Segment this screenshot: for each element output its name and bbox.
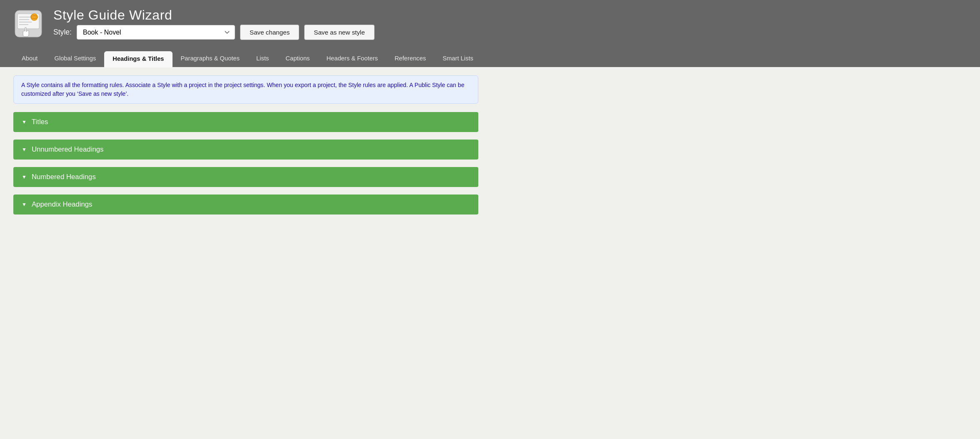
accordion-appendix-headings-label: Appendix Headings — [32, 200, 92, 209]
accordion-numbered-headings: ▼ Numbered Headings — [13, 167, 478, 187]
chevron-down-icon: ▼ — [22, 147, 27, 152]
accordion-unnumbered-headings-label: Unnumbered Headings — [32, 145, 104, 154]
accordion-titles: ▼ Titles — [13, 112, 478, 132]
accordion-numbered-headings-label: Numbered Headings — [32, 173, 96, 181]
accordion-titles-label: Titles — [32, 118, 48, 126]
tab-headings-titles[interactable]: Headings & Titles — [104, 51, 172, 67]
app-title: Style Guide Wizard — [53, 7, 375, 23]
style-select[interactable]: Book - Novel Academic Paper Technical Ma… — [77, 25, 235, 40]
accordion-titles-header[interactable]: ▼ Titles — [13, 112, 478, 132]
chevron-down-icon: ▼ — [22, 202, 27, 207]
info-banner-text: A Style contains all the formatting rule… — [21, 82, 464, 97]
accordion-appendix-headings: ▼ Appendix Headings — [13, 195, 478, 215]
style-label: Style: — [53, 28, 72, 37]
tab-paragraphs-quotes[interactable]: Paragraphs & Quotes — [172, 51, 248, 67]
tab-references[interactable]: References — [386, 51, 434, 67]
tab-list: About Global Settings Headings & Titles … — [13, 51, 967, 67]
accordion-unnumbered-headings: ▼ Unnumbered Headings — [13, 140, 478, 160]
tab-lists[interactable]: Lists — [248, 51, 277, 67]
save-as-new-style-button[interactable]: Save as new style — [304, 25, 374, 40]
tab-smart-lists[interactable]: Smart Lists — [434, 51, 482, 67]
header-top: Style Guide Wizard Style: Book - Novel A… — [13, 7, 967, 47]
title-and-style: Style Guide Wizard Style: Book - Novel A… — [53, 7, 375, 40]
nav-tabs: About Global Settings Headings & Titles … — [13, 47, 967, 67]
accordion-unnumbered-headings-header[interactable]: ▼ Unnumbered Headings — [13, 140, 478, 160]
accordion-appendix-headings-header[interactable]: ▼ Appendix Headings — [13, 195, 478, 215]
tab-headers-footers[interactable]: Headers & Footers — [318, 51, 386, 67]
main-content: A Style contains all the formatting rule… — [0, 67, 492, 230]
style-row: Style: Book - Novel Academic Paper Techn… — [53, 25, 375, 40]
app-logo — [13, 9, 43, 39]
tab-about[interactable]: About — [13, 51, 46, 67]
app-header: Style Guide Wizard Style: Book - Novel A… — [0, 0, 980, 67]
save-changes-button[interactable]: Save changes — [240, 25, 299, 40]
chevron-down-icon: ▼ — [22, 174, 27, 180]
tab-global-settings[interactable]: Global Settings — [46, 51, 104, 67]
chevron-down-icon: ▼ — [22, 119, 27, 125]
accordion-numbered-headings-header[interactable]: ▼ Numbered Headings — [13, 167, 478, 187]
svg-point-6 — [31, 14, 38, 20]
tab-captions[interactable]: Captions — [277, 51, 318, 67]
info-banner: A Style contains all the formatting rule… — [13, 75, 478, 104]
